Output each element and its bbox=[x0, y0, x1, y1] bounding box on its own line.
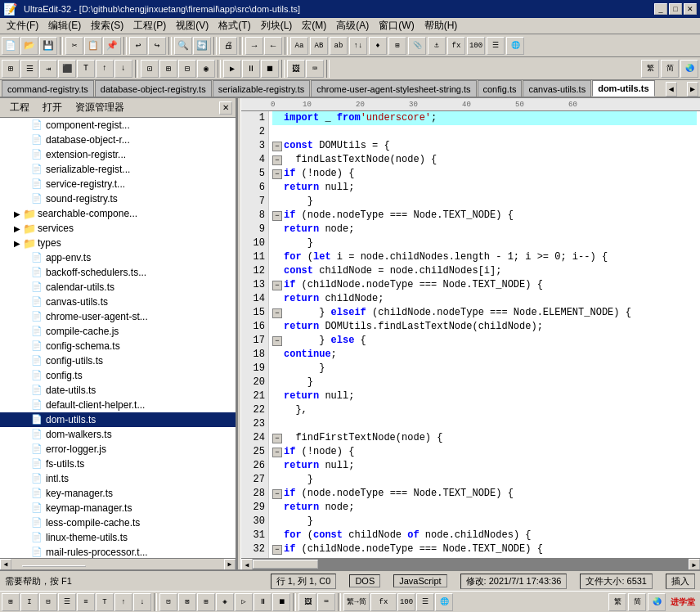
tab-config-ts[interactable]: config.ts bbox=[478, 80, 523, 97]
code-editor[interactable]: import _ from 'underscore'; −const DOMUt… bbox=[269, 111, 700, 558]
code-line-2[interactable] bbox=[272, 125, 697, 139]
menu-item-T[interactable]: 格式(T) bbox=[213, 18, 255, 34]
tree-item-2[interactable]: 📄extension-registr... bbox=[0, 147, 236, 162]
fold-button-3[interactable]: − bbox=[272, 142, 282, 151]
tree-item-11[interactable]: 📄calendar-utils.ts bbox=[0, 280, 236, 295]
paste-button[interactable]: 📌 bbox=[103, 37, 121, 55]
code-line-31[interactable]: for (const childNode of node.childNodes)… bbox=[272, 529, 697, 542]
editor-scroll-thumb[interactable] bbox=[253, 560, 318, 569]
code-line-7[interactable]: } bbox=[272, 195, 697, 209]
tb-btn-8[interactable]: ⚓ bbox=[428, 37, 446, 55]
code-line-26[interactable]: return null; bbox=[272, 459, 697, 473]
bt-btn-22[interactable]: 🌐 bbox=[435, 593, 453, 611]
minimize-button[interactable]: _ bbox=[654, 3, 667, 15]
menu-item-F[interactable]: 文件(F) bbox=[2, 18, 43, 34]
tree-item-25[interactable]: 📄key-manager.ts bbox=[0, 486, 236, 501]
tree-item-14[interactable]: 📄compile-cache.js bbox=[0, 324, 236, 339]
editor-scroll-left[interactable]: ◀ bbox=[241, 559, 253, 569]
redo-button[interactable]: ↪ bbox=[148, 37, 166, 55]
menu-item-W[interactable]: 窗口(W) bbox=[374, 18, 419, 34]
menu-item-P[interactable]: 工程(P) bbox=[128, 18, 171, 34]
tree-item-28[interactable]: 📄linux-theme-utils.ts bbox=[0, 530, 236, 545]
tree-item-5[interactable]: 📄sound-registry.ts bbox=[0, 191, 236, 206]
bt-btn-13[interactable]: ▷ bbox=[235, 593, 253, 611]
tree-item-26[interactable]: 📄keymap-manager.ts bbox=[0, 501, 236, 515]
bt-right-1[interactable]: 繁 bbox=[608, 593, 626, 611]
fold-button-32[interactable]: − bbox=[272, 545, 282, 555]
editor-scroll-right[interactable]: ▶ bbox=[689, 559, 700, 569]
tree-item-17[interactable]: 📄config.ts bbox=[0, 368, 236, 383]
tree-item-7[interactable]: ▶📁services bbox=[0, 221, 236, 236]
tb-btn-3[interactable]: ab bbox=[330, 37, 348, 55]
bt-btn-7[interactable]: ↑ bbox=[114, 593, 132, 611]
bt-btn-15[interactable]: ⏹ bbox=[272, 593, 290, 611]
tb2-btn-5[interactable]: T bbox=[77, 60, 95, 78]
menu-item-M[interactable]: 宏(M) bbox=[297, 18, 331, 34]
tb2-btn-6[interactable]: ↑ bbox=[96, 60, 114, 78]
scroll-left-button[interactable]: ◀ bbox=[0, 559, 11, 570]
bt-btn-14[interactable]: ⏸ bbox=[254, 593, 271, 611]
tb2-btn-16[interactable]: ⌨ bbox=[306, 60, 324, 78]
tb2-btn-11[interactable]: ◉ bbox=[197, 60, 215, 78]
tree-item-23[interactable]: 📄fs-utils.ts bbox=[0, 457, 236, 471]
fold-button-24[interactable]: − bbox=[272, 434, 282, 443]
menu-item-S[interactable]: 搜索(S) bbox=[86, 18, 128, 34]
tab-serializable-registry-ts[interactable]: serializable-registry.ts bbox=[213, 80, 311, 97]
code-line-25[interactable]: − if (!node) { bbox=[272, 445, 697, 459]
new-button[interactable]: 📄 bbox=[2, 37, 20, 55]
tb-btn-12[interactable]: 🌐 bbox=[506, 37, 524, 55]
tb2-btn-7[interactable]: ↓ bbox=[114, 60, 132, 78]
save-button[interactable]: 💾 bbox=[39, 37, 57, 55]
bt-btn-20[interactable]: 100 bbox=[397, 593, 415, 611]
code-line-23[interactable] bbox=[272, 417, 697, 431]
bt-btn-2[interactable]: I bbox=[20, 593, 38, 611]
scroll-right-button[interactable]: ▶ bbox=[224, 559, 236, 570]
fold-button-15[interactable]: − bbox=[272, 308, 282, 318]
code-line-1[interactable]: import _ from 'underscore'; bbox=[272, 111, 697, 125]
fold-button-4[interactable]: − bbox=[272, 155, 282, 165]
fold-button-13[interactable]: − bbox=[272, 281, 282, 290]
print-button[interactable]: 🖨 bbox=[219, 37, 237, 55]
tab-canvas-utils-ts[interactable]: canvas-utils.ts bbox=[523, 80, 591, 97]
editor-scroll-track[interactable] bbox=[253, 559, 689, 569]
tree-item-13[interactable]: 📄chrome-user-agent-st... bbox=[0, 309, 236, 324]
code-line-14[interactable]: return childNode; bbox=[272, 292, 697, 306]
bt-btn-10[interactable]: ⊠ bbox=[178, 593, 196, 611]
indent-button[interactable]: → bbox=[245, 37, 263, 55]
menu-item-L[interactable]: 列块(L) bbox=[256, 18, 298, 34]
close-button[interactable]: ✕ bbox=[684, 3, 697, 15]
bt-btn-3[interactable]: ⊟ bbox=[39, 593, 57, 611]
tree-item-21[interactable]: 📄dom-walkers.ts bbox=[0, 427, 236, 442]
code-line-24[interactable]: − findFirstTextNode(node) { bbox=[272, 431, 697, 445]
bt-btn-4[interactable]: ☰ bbox=[58, 593, 76, 611]
maximize-button[interactable]: □ bbox=[669, 3, 682, 15]
code-line-13[interactable]: − if (childNode.nodeType === Node.TEXT_N… bbox=[272, 278, 697, 292]
tb2-right-2[interactable]: 简 bbox=[661, 60, 679, 78]
replace-button[interactable]: 🔄 bbox=[193, 37, 211, 55]
code-line-11[interactable]: for (let i = node.childNodes.length - 1;… bbox=[272, 250, 697, 264]
tab-nav-right[interactable]: ▶ bbox=[687, 82, 698, 97]
tab-database-object-registry-ts[interactable]: database-object-registry.ts bbox=[95, 80, 212, 97]
tree-item-18[interactable]: 📄date-utils.ts bbox=[0, 383, 236, 398]
scroll-thumb[interactable] bbox=[22, 565, 86, 567]
bt-btn-18[interactable]: 繁→简 bbox=[343, 593, 370, 611]
open-button[interactable]: 📂 bbox=[20, 37, 38, 55]
tab-nav-left[interactable]: ◀ bbox=[666, 82, 677, 97]
code-line-27[interactable]: } bbox=[272, 473, 697, 487]
tree-item-29[interactable]: 📄mail-rules-processor.t... bbox=[0, 545, 236, 558]
code-line-9[interactable]: return node; bbox=[272, 223, 697, 236]
tb-btn-10[interactable]: 100 bbox=[467, 37, 485, 55]
sidebar-tab-2[interactable]: 资源管理器 bbox=[69, 100, 131, 115]
tree-item-3[interactable]: 📄serializable-regist... bbox=[0, 162, 236, 177]
tb-btn-5[interactable]: ♦ bbox=[369, 37, 387, 55]
tb2-btn-2[interactable]: ☰ bbox=[20, 60, 38, 78]
bt-btn-5[interactable]: ≡ bbox=[77, 593, 95, 611]
code-line-22[interactable]: }, bbox=[272, 403, 697, 417]
tab-dom-utils-ts[interactable]: dom-utils.ts bbox=[592, 80, 654, 97]
bt-btn-12[interactable]: ◈ bbox=[216, 593, 234, 611]
tb2-btn-4[interactable]: ⬛ bbox=[58, 60, 76, 78]
code-line-6[interactable]: return null; bbox=[272, 181, 697, 195]
tb-btn-4[interactable]: ↑↓ bbox=[349, 37, 367, 55]
tb2-btn-15[interactable]: 🖼 bbox=[287, 60, 305, 78]
code-line-30[interactable]: } bbox=[272, 515, 697, 529]
